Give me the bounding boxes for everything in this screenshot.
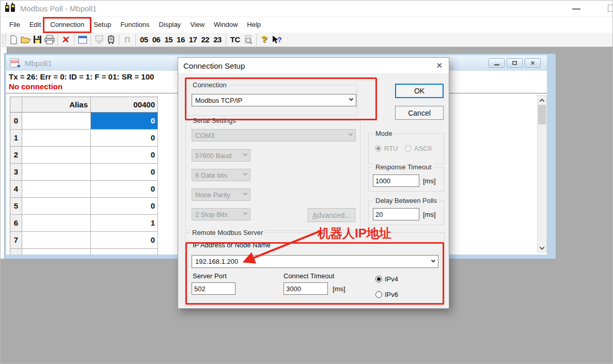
delay-between-polls-group: Delay Between Polls [ms] xyxy=(368,200,444,225)
alias-cell[interactable] xyxy=(22,113,91,130)
alias-cell[interactable] xyxy=(22,147,91,164)
beeper-button[interactable] xyxy=(105,34,117,46)
selected-cell[interactable]: 0 xyxy=(91,113,158,130)
ok-button[interactable]: OK xyxy=(395,84,444,98)
toolbar-grip[interactable] xyxy=(3,35,6,45)
row-header[interactable]: 8 xyxy=(10,249,22,255)
alias-cell[interactable] xyxy=(22,181,91,198)
serial-settings-group-label: Serial Settings xyxy=(191,117,238,124)
menu-item-window[interactable]: Window xyxy=(209,18,242,32)
value-cell[interactable]: 0 xyxy=(91,130,158,147)
alias-cell[interactable] xyxy=(22,232,91,249)
save-button[interactable] xyxy=(32,34,43,46)
svg-text:DOC: DOC xyxy=(11,60,20,64)
scrollbar-thumb[interactable] xyxy=(538,105,546,124)
function-17-button[interactable]: 17 xyxy=(187,34,199,46)
open-file-button[interactable] xyxy=(20,34,32,46)
function-15-button[interactable]: 15 xyxy=(162,34,175,46)
connect-timeout-label: Connect Timeout xyxy=(284,272,334,280)
row-header[interactable]: 5 xyxy=(10,198,22,215)
alias-cell[interactable] xyxy=(22,164,91,181)
row-header[interactable]: 7 xyxy=(10,232,22,249)
value-cell[interactable]: 0 xyxy=(91,249,158,255)
menu-item-help[interactable]: Help xyxy=(242,18,265,32)
function-23-button[interactable]: 23 xyxy=(211,34,224,46)
ipv6-radio[interactable]: IPv6 xyxy=(375,291,398,298)
alias-cell[interactable] xyxy=(22,130,91,147)
corner-header-cell[interactable] xyxy=(10,97,22,113)
chevron-down-icon xyxy=(349,132,353,136)
stop-bits-dropdown: 2 Stop Bits xyxy=(192,208,250,220)
connect-timeout-unit: [ms] xyxy=(333,285,345,293)
serial-settings-group: Serial Settings COM3 57600 Baud 8 Data b… xyxy=(185,120,360,231)
print-button[interactable] xyxy=(43,34,55,46)
alias-cell[interactable] xyxy=(22,249,91,255)
ipv4-radio[interactable]: IPv4 xyxy=(375,275,398,283)
value-cell[interactable]: 1 xyxy=(91,215,158,232)
value-cell[interactable]: 0 xyxy=(91,181,158,198)
annotation-arrow xyxy=(236,228,329,270)
app-icon xyxy=(5,3,16,15)
value-cell[interactable]: 0 xyxy=(91,232,158,249)
delay-between-polls-label: Delay Between Polls xyxy=(373,197,439,204)
minimize-button[interactable] xyxy=(572,8,580,10)
display-setup-button[interactable] xyxy=(76,34,88,46)
row-header[interactable]: 1 xyxy=(10,130,22,147)
new-file-button[interactable] xyxy=(8,34,20,46)
function-16-button[interactable]: 16 xyxy=(175,34,187,46)
maximize-button[interactable] xyxy=(608,5,613,12)
row-header[interactable]: 3 xyxy=(10,164,22,181)
child-close-button[interactable]: ✕ xyxy=(525,58,541,68)
mode-group: Mode RTU ASCII xyxy=(368,133,444,164)
function-05-button[interactable]: 05 xyxy=(138,34,150,46)
child-minimize-button[interactable] xyxy=(489,58,505,68)
context-help-button[interactable]: ? xyxy=(271,34,282,46)
about-help-button[interactable]: ? xyxy=(259,34,271,46)
value-cell[interactable]: 0 xyxy=(91,198,158,215)
response-timeout-group: Response Timeout [ms] xyxy=(368,167,444,192)
row-header[interactable]: 0 xyxy=(10,113,22,130)
menu-item-file[interactable]: File xyxy=(5,18,25,32)
value-cell[interactable]: 0 xyxy=(91,164,158,181)
menu-item-view[interactable]: View xyxy=(185,18,209,32)
delay-between-polls-input[interactable] xyxy=(373,208,419,220)
child-maximize-button[interactable] xyxy=(507,58,523,68)
row-header[interactable]: 4 xyxy=(10,181,22,198)
menu-item-display[interactable]: Display xyxy=(154,18,186,32)
function-22-button[interactable]: 22 xyxy=(199,34,211,46)
toolbar-separator xyxy=(90,34,91,45)
scroll-up-button[interactable] xyxy=(538,96,546,105)
chevron-down-icon xyxy=(243,171,247,176)
single-poll-button: Π xyxy=(121,34,133,46)
register-column-header[interactable]: 00400 xyxy=(91,97,158,113)
function-06-button[interactable]: 06 xyxy=(150,34,163,46)
row-header[interactable]: 2 xyxy=(10,147,22,164)
alias-cell[interactable] xyxy=(22,215,91,232)
test-center-button[interactable]: TC xyxy=(228,34,242,46)
menu-item-setup[interactable]: Setup xyxy=(89,18,116,32)
menu-item-functions[interactable]: Functions xyxy=(116,18,154,32)
alias-cell[interactable] xyxy=(22,198,91,215)
response-timeout-input[interactable] xyxy=(373,175,419,187)
dialog-title: Connection Setup xyxy=(183,61,245,70)
dialog-titlebar[interactable]: Connection Setup ✕ xyxy=(178,58,449,73)
dialog-close-button[interactable]: ✕ xyxy=(436,61,443,70)
connect-timeout-input[interactable] xyxy=(284,282,328,295)
value-cell[interactable]: 0 xyxy=(91,147,158,164)
row-header[interactable]: 6 xyxy=(10,215,22,232)
alias-column-header[interactable]: Alias xyxy=(22,97,91,113)
cancel-button[interactable]: Cancel xyxy=(395,106,444,120)
radio-icon xyxy=(375,276,382,282)
response-timeout-label: Response Timeout xyxy=(373,163,433,171)
new-file-icon xyxy=(10,35,18,44)
server-port-input[interactable] xyxy=(192,282,235,295)
menu-item-edit[interactable]: Edit xyxy=(25,18,45,32)
scroll-down-button[interactable] xyxy=(538,243,546,252)
table-row: 8 0 xyxy=(10,249,158,255)
connection-type-dropdown[interactable]: Modbus TCP/IP xyxy=(192,94,356,106)
table-row: 0 0 xyxy=(10,113,158,130)
maximize-icon xyxy=(512,61,517,65)
menu-item-connection[interactable]: Connection xyxy=(45,18,89,32)
cancel-poll-button[interactable]: ✕ xyxy=(59,34,72,46)
save-icon xyxy=(33,35,42,44)
